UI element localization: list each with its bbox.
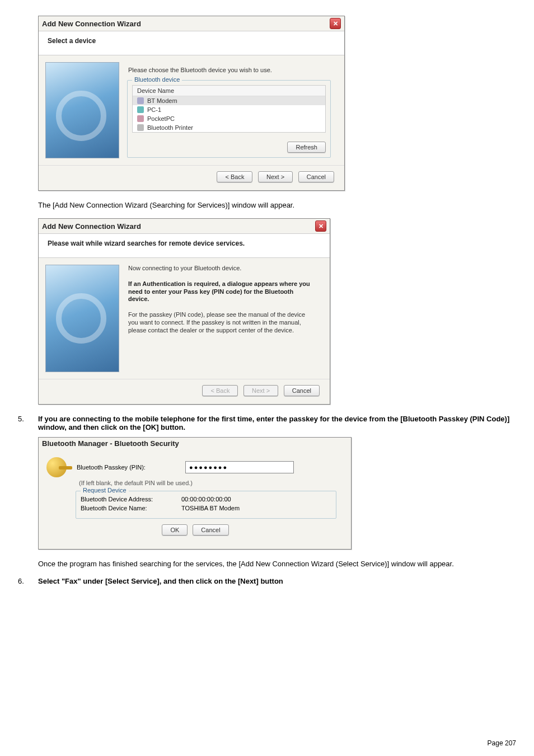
pc-icon xyxy=(137,106,144,113)
step-5: 5. If you are connecting to the mobile t… xyxy=(18,415,516,431)
next-button[interactable]: Next > xyxy=(258,171,293,182)
group-legend: Request Device xyxy=(81,487,129,494)
dialog-title: Add New Connection Wizard xyxy=(42,20,141,28)
address-value: 00:00:00:00:00:00 xyxy=(181,496,231,503)
dialog-header: Select a device xyxy=(39,31,344,55)
bluetooth-device-group: Bluetooth device Device Name BT Modem PC… xyxy=(127,80,331,158)
dialog-title: Bluetooth Manager - Bluetooth Security xyxy=(42,439,179,448)
device-row[interactable]: PocketPC xyxy=(133,114,325,123)
back-button[interactable]: < Back xyxy=(217,171,252,182)
close-icon[interactable]: ✕ xyxy=(315,220,326,232)
step-text: Select "Fax" under [Select Service], and… xyxy=(38,577,516,585)
body-text: The [Add New Connection Wizard (Searchin… xyxy=(38,201,516,209)
passkey-hint: For the passkey (PIN code), please see t… xyxy=(128,311,315,334)
phone-icon xyxy=(137,97,144,104)
pin-input[interactable]: ●●●●●●●● xyxy=(185,461,294,473)
dialog-header: Please wait while wizard searches for re… xyxy=(39,233,330,258)
column-header: Device Name xyxy=(133,86,325,96)
group-legend: Bluetooth device xyxy=(132,76,182,83)
device-list[interactable]: Device Name BT Modem PC-1 PocketPC xyxy=(132,85,326,133)
device-row[interactable]: PC-1 xyxy=(133,105,325,114)
pda-icon xyxy=(137,115,144,122)
pin-label: Bluetooth Passkey (PIN): xyxy=(77,464,177,471)
key-icon xyxy=(46,457,67,477)
next-button: Next > xyxy=(243,385,278,396)
step-text: If you are connecting to the mobile tele… xyxy=(38,415,516,431)
prompt-text: Please choose the Bluetooth device you w… xyxy=(128,67,335,73)
name-value: TOSHIBA BT Modem xyxy=(181,505,240,511)
info-text: Now connecting to your Bluetooth device. xyxy=(128,265,315,273)
step-6: 6. Select "Fax" under [Select Service], … xyxy=(18,577,516,585)
device-name: BT Modem xyxy=(147,97,177,104)
refresh-button[interactable]: Refresh xyxy=(287,142,326,153)
pin-value: ●●●●●●●● xyxy=(189,464,228,471)
wizard-searching-dialog: Add New Connection Wizard ✕ Please wait … xyxy=(38,218,330,405)
device-name: PocketPC xyxy=(147,115,175,122)
back-button: < Back xyxy=(202,385,238,396)
cancel-button[interactable]: Cancel xyxy=(193,524,228,536)
step-number: 6. xyxy=(18,577,38,585)
address-label: Bluetooth Device Address: xyxy=(81,496,176,503)
name-label: Bluetooth Device Name: xyxy=(81,505,176,511)
request-device-group: Request Device Bluetooth Device Address:… xyxy=(76,491,336,519)
device-name: Bluetooth Printer xyxy=(147,124,193,131)
close-icon[interactable]: ✕ xyxy=(330,18,341,29)
titlebar: Add New Connection Wizard ✕ xyxy=(39,16,344,31)
printer-icon xyxy=(137,124,144,131)
wizard-illustration xyxy=(45,265,119,372)
cancel-button[interactable]: Cancel xyxy=(284,385,320,396)
cancel-button[interactable]: Cancel xyxy=(298,171,334,182)
wizard-select-device-dialog: Add New Connection Wizard ✕ Select a dev… xyxy=(38,16,345,191)
step-number: 5. xyxy=(18,415,38,431)
titlebar: Add New Connection Wizard ✕ xyxy=(39,219,330,233)
pin-hint: (If left blank, the default PIN will be … xyxy=(79,480,341,486)
auth-warning: If an Authentication is required, a dial… xyxy=(128,280,315,303)
wizard-illustration xyxy=(45,62,119,158)
device-row[interactable]: Bluetooth Printer xyxy=(133,123,325,132)
titlebar: Bluetooth Manager - Bluetooth Security xyxy=(39,438,351,449)
ok-button[interactable]: OK xyxy=(162,524,188,536)
dialog-title: Add New Connection Wizard xyxy=(42,222,141,231)
bluetooth-security-dialog: Bluetooth Manager - Bluetooth Security B… xyxy=(38,437,352,550)
device-row[interactable]: BT Modem xyxy=(133,96,325,105)
body-text: Once the program has finished searching … xyxy=(38,560,516,568)
device-name: PC-1 xyxy=(147,106,161,113)
